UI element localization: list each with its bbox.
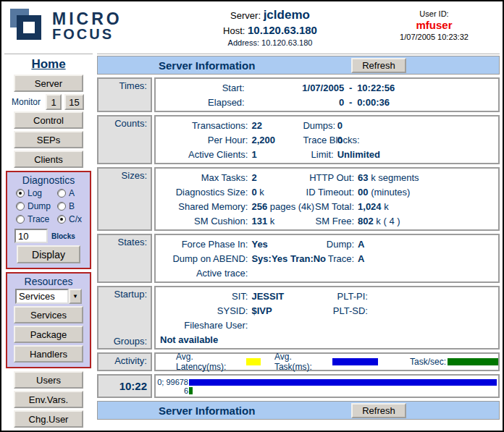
table-row: SYSID: $IVP PLT-SD: bbox=[156, 303, 498, 318]
field-value: 63 bbox=[358, 172, 368, 183]
server-name: jcldemo bbox=[264, 8, 310, 22]
services-button[interactable]: Services bbox=[14, 306, 83, 323]
monitor-1-button[interactable]: 1 bbox=[46, 94, 62, 110]
host-label: Host: bbox=[223, 25, 245, 36]
resources-select-value[interactable]: Services bbox=[15, 289, 69, 304]
field-unit: k ( 4 ) bbox=[374, 216, 400, 226]
field-separator: - bbox=[344, 82, 357, 93]
field-value: $IVP bbox=[251, 305, 303, 316]
logo-line2: FOCUS bbox=[52, 27, 122, 42]
radio-b-label: B bbox=[69, 201, 75, 211]
field-label: Dump on ABEND: bbox=[156, 253, 251, 264]
latency-swatch-icon bbox=[246, 358, 261, 365]
page-title: Server Information bbox=[159, 59, 255, 72]
field-label: Limit: bbox=[303, 149, 337, 160]
display-button[interactable]: Display bbox=[17, 245, 80, 263]
field-value: 131 bbox=[251, 216, 267, 226]
envvars-button[interactable]: Env.Vars. bbox=[14, 391, 83, 408]
mfcs-admin-page: MICRO FOCUS Server: jcldemo Host: 10.120… bbox=[0, 0, 504, 432]
field-value: 802 bbox=[358, 216, 374, 226]
page-body: Home Server Monitor 1 15 Control SEPs Cl… bbox=[1, 54, 503, 432]
address-line: Address: 10.120.63.180 bbox=[164, 38, 376, 47]
field-value: 1,024 bbox=[358, 201, 382, 212]
radio-b-icon[interactable] bbox=[57, 202, 66, 211]
table-row: Fileshare User: bbox=[156, 318, 498, 332]
page-header: MICRO FOCUS Server: jcldemo Host: 10.120… bbox=[1, 1, 503, 54]
field-value: JESSIT bbox=[251, 291, 303, 302]
radio-a[interactable]: A bbox=[57, 188, 88, 198]
control-button[interactable]: Control bbox=[14, 111, 83, 129]
radio-dump[interactable]: Dump bbox=[16, 201, 57, 211]
field-unit: (minutes) bbox=[369, 187, 411, 198]
radio-trace-icon[interactable] bbox=[16, 215, 25, 224]
radio-dump-icon[interactable] bbox=[16, 202, 25, 211]
field-value: 0 bbox=[337, 135, 343, 145]
chevron-down-icon[interactable]: ▼ bbox=[69, 289, 82, 304]
groups-label: Groups: bbox=[100, 336, 147, 347]
blocks-input[interactable] bbox=[14, 229, 48, 243]
activity-legend: Avg. Latency(ms): Avg. Task(ms): Task/se… bbox=[154, 352, 500, 371]
field-label: Per Hour: bbox=[156, 135, 251, 145]
user-id-label: User ID: bbox=[376, 9, 492, 18]
field-value: 22 bbox=[251, 120, 261, 131]
field-label: Start: bbox=[156, 82, 248, 93]
field-value: 0 bbox=[251, 187, 256, 198]
monitor-row: Monitor 1 15 bbox=[12, 94, 93, 110]
field-value: 2,200 bbox=[251, 135, 275, 145]
server-button[interactable]: Server bbox=[14, 75, 83, 92]
field-label: Force Phase In: bbox=[156, 239, 251, 250]
times-content: Start: 1/07/2005 - 10:22:56 Elapsed: 0 -… bbox=[154, 77, 500, 112]
times-section-label: Times: bbox=[97, 77, 152, 112]
radio-cx[interactable]: C/x bbox=[57, 214, 88, 224]
login-timestamp: 1/07/2005 10:23:32 bbox=[376, 33, 492, 41]
field-label: Trace: bbox=[310, 253, 358, 264]
field-unit: k segments bbox=[369, 172, 419, 183]
tasksec-swatch-icon bbox=[448, 358, 498, 365]
history-values: 6 bbox=[156, 386, 189, 395]
radio-a-label: A bbox=[69, 188, 75, 198]
bottom-title-bar: Server Information Refresh bbox=[97, 401, 500, 420]
field-label: ID Timeout: bbox=[303, 187, 358, 198]
refresh-button-bottom[interactable]: Refresh bbox=[351, 403, 406, 418]
server-identity: Server: jcldemo Host: 10.120.63.180 Addr… bbox=[164, 1, 376, 54]
legend-label: Task/sec: bbox=[410, 357, 446, 367]
radio-log-icon[interactable] bbox=[16, 189, 25, 198]
field-label: SM Free: bbox=[303, 216, 358, 226]
field-unit: k bbox=[257, 187, 264, 198]
table-row: SIT: JESSIT PLT-PI: bbox=[156, 289, 498, 303]
sidebar: Home Server Monitor 1 15 Control SEPs Cl… bbox=[4, 54, 93, 432]
radio-b[interactable]: B bbox=[57, 201, 88, 211]
field-label: Transactions: bbox=[156, 120, 251, 131]
radio-cx-icon[interactable] bbox=[57, 215, 66, 224]
home-link[interactable]: Home bbox=[31, 57, 65, 72]
legend-item: Task/sec: bbox=[410, 357, 498, 367]
radio-log[interactable]: Log bbox=[16, 188, 57, 198]
package-button[interactable]: Package bbox=[14, 326, 83, 343]
resources-select[interactable]: Services ▼ bbox=[15, 289, 82, 304]
table-row: Transactions: 22 Dumps: 0 bbox=[156, 118, 498, 132]
users-button[interactable]: Users bbox=[14, 371, 83, 389]
handlers-button[interactable]: Handlers bbox=[14, 345, 83, 363]
main-content: Server Information Refresh Times: Start:… bbox=[97, 54, 500, 432]
field-value: 256 bbox=[251, 201, 267, 212]
history-bar-row: 6 bbox=[156, 386, 498, 395]
monitor-15-button[interactable]: 15 bbox=[64, 94, 84, 110]
table-row: Diagnostics Size: 0 k ID Timeout: 00 (mi… bbox=[156, 185, 498, 199]
radio-cx-label: C/x bbox=[69, 214, 82, 224]
refresh-button-top[interactable]: Refresh bbox=[351, 58, 406, 73]
counts-section-label: Counts: bbox=[97, 115, 152, 164]
states-content: Force Phase In: Yes Dump: A Dump on ABEN… bbox=[154, 234, 500, 283]
field-separator: - bbox=[344, 97, 357, 108]
legend-label: Avg. Task(ms): bbox=[274, 352, 331, 372]
diagnostics-title: Diagnostics bbox=[9, 174, 88, 186]
radio-a-icon[interactable] bbox=[57, 189, 66, 198]
server-line: Server: jcldemo bbox=[164, 8, 376, 22]
field-label: SM Total: bbox=[303, 201, 358, 212]
table-row: Max Tasks: 2 HTTP Out: 63 k segments bbox=[156, 170, 498, 185]
chguser-button[interactable]: Chg.User bbox=[14, 410, 83, 428]
radio-trace[interactable]: Trace bbox=[16, 214, 57, 224]
clients-button[interactable]: Clients bbox=[14, 151, 83, 168]
field-value: Yes bbox=[251, 239, 309, 250]
diagnostics-radio-group: Log A Dump B bbox=[9, 187, 88, 226]
seps-button[interactable]: SEPs bbox=[14, 131, 83, 148]
